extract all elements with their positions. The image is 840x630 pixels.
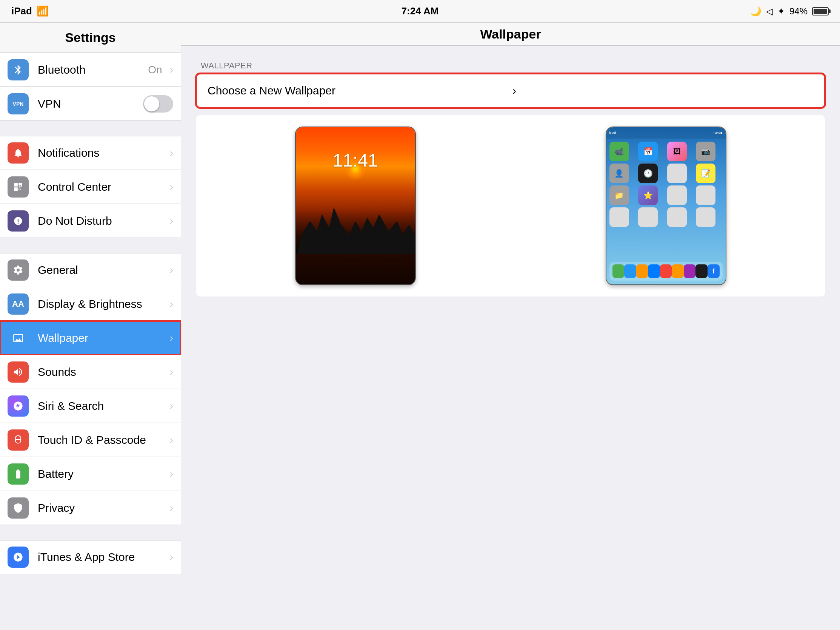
itunes-chevron: › — [170, 551, 173, 563]
app-row2-4 — [696, 207, 715, 227]
sidebar-item-vpn[interactable]: VPN VPN — [0, 87, 181, 121]
display-icon: AA — [8, 293, 29, 315]
app-blank3 — [696, 185, 715, 205]
app-calendar: 📅 — [638, 142, 658, 161]
touchid-icon — [8, 429, 29, 451]
lockscreen-preview[interactable]: 11:41 — [208, 127, 503, 285]
bluetooth-value: On — [148, 64, 162, 76]
dock-7 — [684, 264, 696, 278]
status-time: 7:24 AM — [401, 5, 439, 17]
bluetooth-label: Bluetooth — [38, 63, 148, 76]
app-row2-1 — [609, 207, 629, 227]
sidebar-item-dnd[interactable]: Do Not Disturb › — [0, 204, 181, 238]
itunes-icon — [8, 546, 29, 568]
wallpaper-label: Wallpaper — [38, 332, 166, 345]
sidebar-item-siri[interactable]: Siri & Search › — [0, 389, 181, 423]
sidebar-item-itunes[interactable]: iTunes & App Store › — [0, 540, 181, 574]
general-icon — [8, 260, 29, 281]
dock-9: f — [707, 264, 720, 278]
dock-2 — [624, 264, 636, 278]
battery-settings-chevron: › — [170, 468, 173, 480]
app-files: 📁 — [609, 185, 629, 205]
dock-8 — [695, 264, 707, 278]
lockscreen-time: 11:41 — [296, 150, 415, 171]
dnd-label: Do Not Disturb — [38, 215, 166, 227]
dock-1 — [613, 264, 625, 278]
bluetooth-chevron: › — [170, 64, 173, 76]
sidebar-item-touchid[interactable]: Touch ID & Passcode › — [0, 423, 181, 457]
choose-wallpaper-row[interactable]: Choose a New Wallpaper › — [196, 74, 825, 108]
status-bar: iPad 📶 7:24 AM 🌙 ◁ ✦ 94% — [0, 0, 840, 23]
homescreen-preview[interactable]: iPad 94%■ 📹 📅 🖼 📷 👤 🕐 — [518, 127, 813, 285]
wallpaper-previews: 11:41 iPad 94%■ — [196, 115, 825, 296]
settings-group-system: Notifications › Control Center › Do Not … — [0, 136, 181, 238]
dnd-chevron: › — [170, 215, 173, 227]
sidebar-item-notifications[interactable]: Notifications › — [0, 136, 181, 170]
battery-icon — [812, 7, 829, 16]
app-camera: 📷 — [696, 142, 715, 161]
wifi-icon: 📶 — [36, 5, 49, 17]
sidebar-item-control-center[interactable]: Control Center › — [0, 170, 181, 204]
status-right: 🌙 ◁ ✦ 94% — [750, 6, 829, 17]
choose-wallpaper-label: Choose a New Wallpaper — [208, 84, 509, 97]
sounds-icon — [8, 361, 29, 383]
control-center-icon — [8, 176, 29, 198]
bluetooth-icon — [8, 59, 29, 81]
notifications-label: Notifications — [38, 147, 166, 159]
sidebar-item-sounds[interactable]: Sounds › — [0, 355, 181, 389]
notifications-chevron: › — [170, 147, 173, 159]
app-row2-2 — [638, 207, 658, 227]
status-left: iPad 📶 — [11, 5, 49, 17]
homescreen-screen: iPad 94%■ 📹 📅 🖼 📷 👤 🕐 — [606, 127, 726, 285]
wallpaper-icon — [8, 328, 29, 348]
ipad-label: iPad — [11, 5, 32, 17]
separator-2 — [0, 238, 181, 253]
dock-6 — [672, 264, 684, 278]
lockscreen-screen: 11:41 — [295, 127, 416, 285]
right-panel-content: WALLPAPER Choose a New Wallpaper › 11:41 — [181, 46, 840, 312]
vpn-label: VPN — [38, 97, 143, 110]
wallpaper-section-label: WALLPAPER — [196, 61, 825, 71]
privacy-chevron: › — [170, 502, 173, 514]
sidebar-title: Settings — [11, 30, 169, 45]
touchid-chevron: › — [170, 434, 173, 446]
separator-3 — [0, 525, 181, 540]
right-panel-title: Wallpaper — [480, 27, 541, 41]
right-panel-header: Wallpaper — [181, 23, 840, 46]
control-center-chevron: › — [170, 181, 173, 193]
moon-icon: 🌙 — [750, 6, 761, 17]
wallpaper-chevron: › — [170, 332, 173, 344]
sidebar-header: Settings — [0, 23, 181, 53]
right-panel: Wallpaper WALLPAPER Choose a New Wallpap… — [181, 23, 840, 630]
sidebar-item-privacy[interactable]: Privacy › — [0, 491, 181, 525]
siri-chevron: › — [170, 400, 173, 412]
sidebar-item-battery[interactable]: Battery › — [0, 457, 181, 491]
sidebar-item-bluetooth[interactable]: Bluetooth On › — [0, 53, 181, 87]
main-layout: Settings Bluetooth On › VPN VPN — [0, 23, 840, 630]
choose-wallpaper-chevron: › — [512, 84, 813, 97]
sidebar-item-wallpaper[interactable]: Wallpaper › — [0, 321, 181, 355]
settings-group-network: Bluetooth On › VPN VPN — [0, 53, 181, 121]
notifications-icon — [8, 142, 29, 163]
dnd-icon — [8, 211, 29, 231]
sidebar: Settings Bluetooth On › VPN VPN — [0, 23, 181, 630]
display-chevron: › — [170, 298, 173, 310]
siri-icon — [8, 396, 29, 416]
sounds-label: Sounds — [38, 366, 166, 378]
app-notes: 📝 — [696, 163, 715, 183]
privacy-icon — [8, 497, 29, 519]
app-blank1 — [667, 163, 687, 183]
settings-group-store: iTunes & App Store › — [0, 540, 181, 574]
privacy-label: Privacy — [38, 502, 166, 514]
vpn-toggle[interactable] — [143, 95, 173, 112]
battery-settings-icon — [8, 464, 29, 484]
sidebar-item-display[interactable]: AA Display & Brightness › — [0, 287, 181, 321]
siri-label: Siri & Search — [38, 400, 166, 412]
touchid-label: Touch ID & Passcode — [38, 434, 166, 446]
app-blank2 — [667, 185, 687, 205]
app-facetime: 📹 — [609, 142, 629, 161]
sidebar-item-general[interactable]: General › — [0, 253, 181, 287]
app-clock: 🕐 — [638, 163, 658, 183]
app-row2-3 — [667, 207, 687, 227]
dock-3 — [636, 264, 648, 278]
